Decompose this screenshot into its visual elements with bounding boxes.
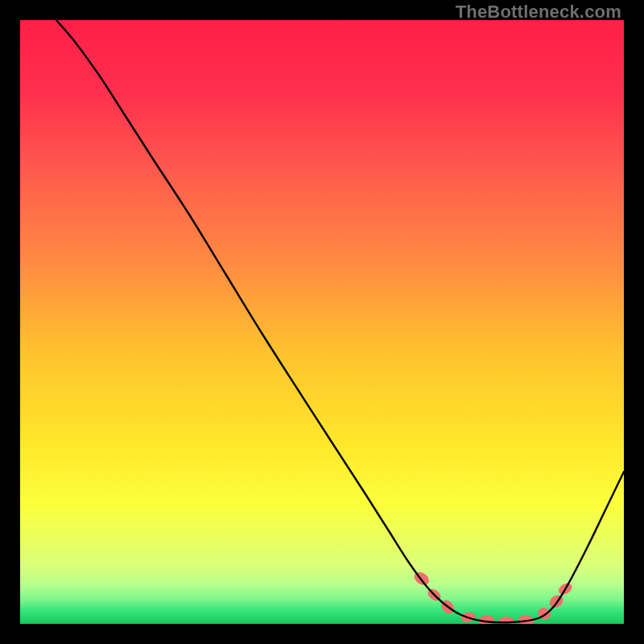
curve-line <box>56 20 624 622</box>
marker-dot <box>536 605 553 621</box>
plot-area <box>20 20 624 624</box>
chart-frame: TheBottleneck.com <box>0 0 644 644</box>
bottleneck-curve <box>20 20 624 624</box>
watermark-text: TheBottleneck.com <box>456 2 621 23</box>
marker-dot <box>547 592 566 610</box>
